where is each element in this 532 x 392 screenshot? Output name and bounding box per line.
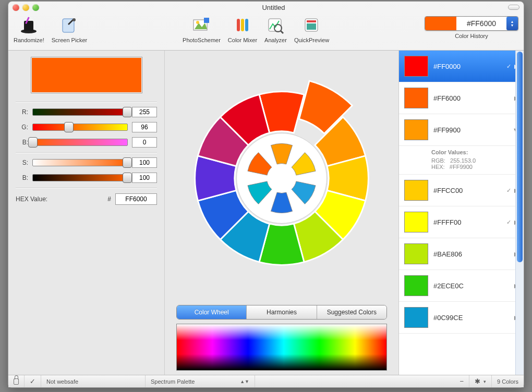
close-window-button[interactable] (13, 4, 19, 11)
tab-color-wheel[interactable]: Color Wheel (177, 305, 247, 319)
history-swatch (404, 212, 428, 232)
minus-icon: − (460, 377, 464, 385)
brightness-slider[interactable] (32, 174, 128, 181)
spectrum-palette[interactable] (176, 324, 387, 371)
svg-rect-16 (307, 20, 316, 22)
history-list: #FF0000✓▶#FF6000▶#FF9900▼Color Values:RG… (399, 51, 524, 375)
lock-icon (14, 378, 19, 385)
magic-hat-icon (18, 15, 39, 36)
hex-label: HEX Value: (16, 195, 47, 203)
color-wheel[interactable] (183, 79, 381, 277)
preview-icon (301, 15, 322, 36)
color-mixer-button[interactable]: Color Mixer (228, 15, 257, 43)
saturation-slider[interactable] (32, 159, 128, 166)
svg-rect-10 (241, 19, 244, 31)
tab-harmonies[interactable]: Harmonies (247, 305, 317, 319)
center-panel: Color Wheel Harmonies Suggested Colors (165, 51, 398, 375)
app-window: Untitled Randomize! Screen Picker (8, 1, 524, 388)
svg-line-14 (281, 31, 283, 33)
check-icon: ✓ (506, 187, 511, 194)
remove-color-button[interactable]: − (454, 375, 469, 387)
history-hex: #FFCC00 (433, 187, 501, 194)
status-bar: ✓ Not websafe Spectrum Palette ▲▼ − ✱▾ 9… (8, 375, 524, 387)
history-scrollbar[interactable] (515, 51, 524, 375)
blue-input[interactable] (132, 137, 157, 148)
titlebar: Untitled (8, 2, 524, 13)
websafe-status: Not websafe (41, 375, 146, 387)
brightness-input[interactable] (132, 173, 157, 183)
history-item[interactable]: #FFFF00✓▶ (399, 206, 524, 238)
view-tabs: Color Wheel Harmonies Suggested Colors (176, 305, 387, 320)
red-input[interactable] (132, 107, 157, 117)
randomize-button[interactable]: Randomize! (14, 15, 44, 43)
check-icon: ✓ (506, 219, 511, 226)
history-details: Color Values:RGB: 255.153.0HEX: #FF9900 (399, 146, 524, 175)
history-swatch (404, 88, 428, 108)
analyzer-icon (265, 15, 286, 36)
mixer-icon (232, 15, 253, 36)
traffic-lights (13, 4, 39, 11)
stepper-arrows-icon[interactable]: ▲▼ (506, 17, 518, 30)
svg-rect-9 (237, 19, 240, 31)
history-swatch (425, 17, 456, 30)
saturation-input[interactable] (132, 157, 157, 168)
history-item[interactable]: #0C99CE▶ (399, 302, 524, 334)
blue-slider[interactable] (32, 139, 128, 146)
svg-point-4 (72, 18, 76, 21)
history-hex: #0C99CE (433, 314, 509, 322)
photo-icon (191, 15, 212, 36)
action-menu-button[interactable]: ✱▾ (469, 375, 492, 387)
history-hex: #FF9900 (433, 126, 507, 134)
history-swatch (404, 119, 428, 140)
green-input[interactable] (132, 122, 157, 132)
minimize-window-button[interactable] (22, 4, 29, 11)
history-hex: #2ECE0C (433, 282, 509, 290)
quickpreview-button[interactable]: QuickPreview (294, 15, 329, 43)
tab-suggested[interactable]: Suggested Colors (317, 305, 386, 319)
history-item[interactable]: #2ECE0C▶ (399, 270, 524, 302)
history-hex: #FF0000 (433, 63, 501, 70)
history-swatch (404, 275, 428, 296)
svg-rect-8 (204, 18, 209, 23)
svg-rect-17 (307, 23, 316, 30)
palette-select[interactable]: Spectrum Palette ▲▼ (146, 375, 255, 387)
color-history-panel: #FF0000✓▶#FF6000▶#FF9900▼Color Values:RG… (398, 51, 524, 375)
history-hex: #FF6000 (433, 94, 509, 102)
history-item[interactable]: #FF0000✓▶ (399, 51, 524, 82)
history-item[interactable]: #FFCC00✓▶ (399, 175, 524, 206)
lock-button[interactable] (8, 375, 25, 387)
check-icon: ✓ (30, 377, 35, 385)
check-icon: ✓ (506, 63, 511, 70)
photoschemer-button[interactable]: PhotoSchemer (183, 15, 221, 43)
body-area: R: G: B: S: B: (8, 51, 524, 375)
history-swatch (404, 180, 428, 201)
green-slider[interactable] (32, 124, 128, 131)
history-item[interactable]: #FF9900▼ (399, 114, 524, 146)
green-slider-row: G: (16, 122, 157, 132)
blue-slider-row: B: (16, 137, 157, 148)
analyzer-button[interactable]: Analyzer (264, 15, 287, 43)
left-panel: R: G: B: S: B: (8, 51, 165, 375)
toolbar-toggle-pill[interactable] (508, 5, 519, 10)
brightness-slider-row: B: (16, 173, 157, 183)
screen-picker-button[interactable]: Screen Picker (52, 15, 87, 43)
history-item[interactable]: #FF6000▶ (399, 82, 524, 114)
websafe-toggle[interactable]: ✓ (25, 375, 41, 387)
svg-point-7 (196, 21, 199, 24)
history-swatch (404, 243, 428, 264)
gear-icon: ✱ (475, 377, 480, 385)
saturation-slider-row: S: (16, 157, 157, 168)
color-history-select[interactable]: #FF6000 ▲▼ (425, 16, 518, 31)
color-history-label: Color History (455, 33, 488, 39)
history-hex: #BAE806 (433, 250, 509, 258)
red-slider[interactable] (32, 108, 128, 116)
hex-input[interactable] (115, 193, 157, 205)
dropdown-arrows-icon: ▲▼ (240, 379, 249, 384)
current-color-swatch (31, 57, 142, 93)
zoom-window-button[interactable] (32, 4, 39, 11)
toolbar: Randomize! Screen Picker PhotoSchemer (8, 13, 524, 51)
svg-rect-1 (24, 21, 33, 31)
history-item[interactable]: #BAE806▶ (399, 238, 524, 270)
history-swatch (404, 56, 428, 77)
color-count: 9 Colors (492, 375, 524, 387)
